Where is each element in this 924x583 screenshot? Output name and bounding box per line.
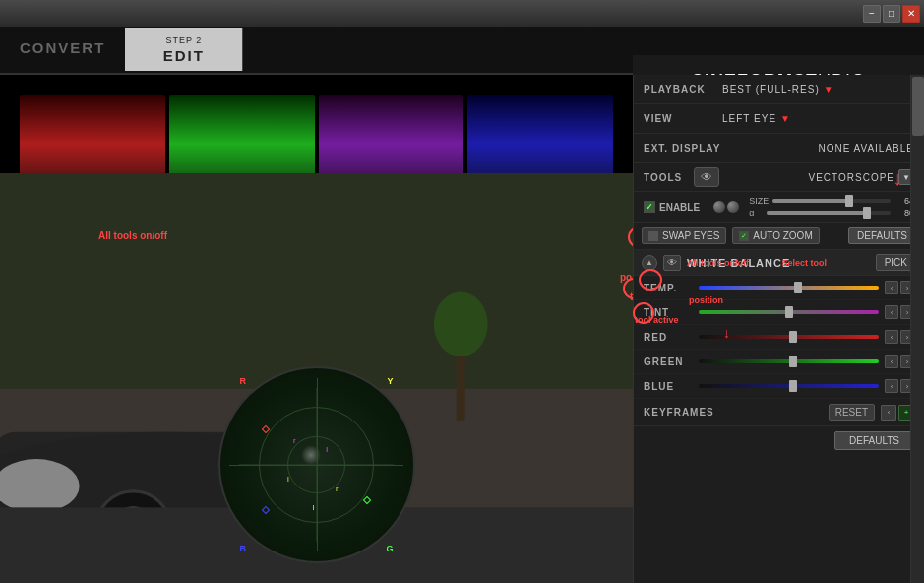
size-controls: SIZE 64 α 80 — [749, 196, 914, 218]
playback-value[interactable]: BEST (FULL-RES) ▼ — [722, 84, 914, 95]
swap-row: SWAP EYES ✓ AUTO ZOOM DEFAULTS — [634, 223, 924, 250]
enable-row: ✓ ENABLE SIZE 64 α — [634, 192, 924, 223]
maximize-button[interactable]: □ — [883, 5, 900, 23]
size-label: SIZE — [749, 196, 769, 206]
wb-eye-button[interactable]: 👁 — [663, 255, 681, 271]
tint-thumb — [785, 306, 793, 318]
blue-slider[interactable] — [699, 384, 879, 388]
defaults-full-button[interactable]: DEFAULTS — [834, 431, 914, 450]
vs-dot-m1: l — [326, 445, 328, 454]
vs-dot-y2: r — [336, 485, 339, 493]
auto-zoom-button[interactable]: ✓ AUTO ZOOM — [732, 227, 819, 244]
vs-mark-b — [261, 506, 269, 514]
alpha-slider-thumb — [863, 207, 871, 219]
vs-mark-g — [363, 496, 371, 504]
green-row: GREEN ‹ › — [634, 350, 924, 374]
vs-vline — [317, 378, 318, 551]
vs-label-g: G — [386, 544, 393, 553]
preview-top-bar — [0, 75, 633, 95]
size-slider-fill — [772, 199, 848, 203]
tint-row: TINT ‹ › — [634, 300, 924, 325]
playback-dropdown-arrow: ▼ — [824, 84, 834, 95]
vs-dot-m2: r — [293, 436, 296, 445]
vs-label-b: B — [240, 544, 247, 553]
size-slider[interactable] — [772, 199, 891, 203]
close-button[interactable]: ✕ — [902, 5, 920, 23]
playback-row: PLAYBACK BEST (FULL-RES) ▼ — [634, 75, 924, 104]
kf-prev-btn[interactable]: ‹ — [881, 405, 896, 421]
swap-icon — [648, 231, 658, 241]
tab-edit[interactable]: STEP 2 EDIT — [125, 28, 243, 71]
alpha-slider-fill — [767, 211, 866, 215]
vs-label-y: Y — [387, 376, 393, 386]
red-row: RED ‹ › — [634, 325, 924, 350]
svg-point-8 — [434, 292, 488, 356]
preview-area: R G B Y l r l l r All tools on/off Selec… — [0, 75, 633, 583]
titlebar: − □ ✕ — [0, 0, 924, 28]
green-label: GREEN — [644, 356, 693, 367]
wb-label: WHITE BALANCE — [687, 257, 870, 269]
scroll-thumb[interactable] — [912, 77, 924, 136]
red-thumb — [789, 331, 797, 343]
defaults-button[interactable]: DEFAULTS — [848, 227, 916, 244]
temp-left-btn[interactable]: ‹ — [885, 281, 898, 294]
temp-row: TEMP. ‹ › — [634, 276, 924, 300]
tint-left-btn[interactable]: ‹ — [885, 305, 898, 319]
size-row: SIZE 64 — [749, 196, 914, 206]
keyframes-row: KEYFRAMES RESET ‹ + — [634, 399, 924, 426]
vs-dot-y3: l — [313, 503, 315, 512]
vs-hline — [229, 465, 402, 466]
tab-convert[interactable]: CONVERT — [0, 28, 125, 67]
ext-display-row: EXT. DISPLAY NONE AVAILABLE — [634, 134, 924, 163]
playback-label: PLAYBACK — [644, 84, 722, 95]
alpha-slider[interactable] — [767, 211, 891, 215]
collapse-button[interactable]: ▲ — [642, 255, 657, 271]
ball-left — [713, 201, 725, 213]
red-label: RED — [644, 332, 693, 343]
blue-left-btn[interactable]: ‹ — [885, 379, 898, 393]
tool-position-control[interactable] — [713, 201, 739, 213]
tools-right: VECTORSCOPE ▼ — [725, 169, 914, 185]
blue-row: BLUE ‹ › — [634, 374, 924, 399]
view-value[interactable]: LEFT EYE ▼ — [722, 113, 914, 124]
tools-label: TOOLS — [644, 172, 688, 183]
enable-checkbox[interactable]: ✓ — [644, 201, 655, 213]
right-panel: PLAYBACK BEST (FULL-RES) ▼ VIEW LEFT EYE… — [633, 75, 924, 583]
enable-label: ENABLE — [659, 202, 700, 213]
temp-slider[interactable] — [699, 286, 879, 290]
ext-display-label: EXT. DISPLAY — [644, 143, 722, 154]
minimize-button[interactable]: − — [863, 5, 881, 23]
scrollbar[interactable] — [910, 75, 924, 583]
bottom-defaults: DEFAULTS — [634, 426, 924, 455]
swap-eyes-button[interactable]: SWAP EYES — [642, 227, 726, 244]
keyframes-nav: ‹ + — [881, 405, 914, 421]
auto-zoom-checkbox: ✓ — [739, 231, 749, 241]
temp-label: TEMP. — [644, 283, 693, 293]
size-slider-thumb — [845, 195, 853, 207]
view-label: VIEW — [644, 113, 722, 124]
temp-thumb — [794, 282, 802, 293]
alpha-label: α — [749, 208, 763, 218]
tint-label: TINT — [644, 307, 693, 318]
reset-button[interactable]: RESET — [829, 404, 875, 421]
view-row: VIEW LEFT EYE ▼ — [634, 104, 924, 134]
blue-thumb — [789, 380, 797, 392]
enable-checkbox-group: ✓ ENABLE — [644, 201, 700, 213]
green-slider[interactable] — [699, 359, 879, 363]
tint-slider[interactable] — [699, 310, 879, 314]
red-slider[interactable] — [699, 335, 879, 339]
keyframes-label: KEYFRAMES — [644, 407, 823, 418]
green-thumb — [789, 356, 797, 367]
ball-right — [727, 201, 739, 213]
vectorscope-overlay: R G B Y l r l l r — [218, 366, 415, 563]
vs-label-r: R — [240, 376, 247, 386]
main-layout: R G B Y l r l l r All tools on/off Selec… — [0, 75, 924, 583]
all-tools-toggle[interactable]: 👁 — [694, 167, 719, 187]
tools-row: TOOLS 👁 VECTORSCOPE ▼ — [634, 163, 924, 192]
view-dropdown-arrow: ▼ — [780, 113, 791, 124]
vs-dot-y1: l — [287, 475, 289, 484]
green-left-btn[interactable]: ‹ — [885, 355, 898, 368]
car-image: R G B Y l r l l r — [0, 173, 633, 583]
ext-display-value: NONE AVAILABLE — [722, 143, 914, 154]
red-left-btn[interactable]: ‹ — [885, 330, 898, 344]
